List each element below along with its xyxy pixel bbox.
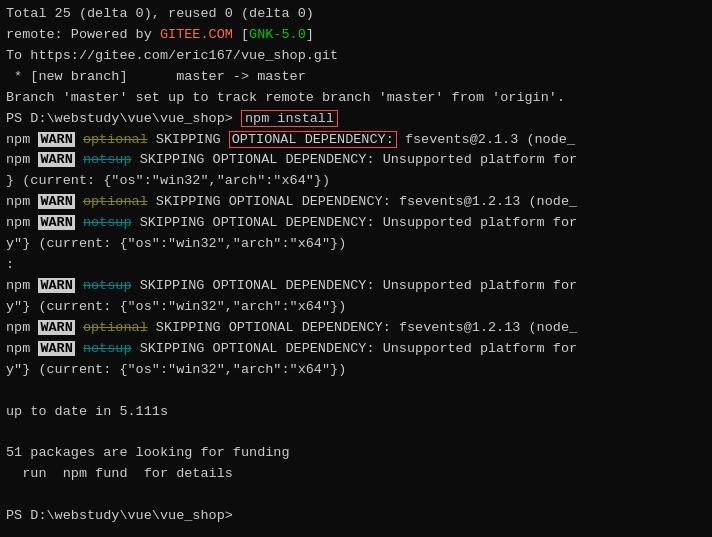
npm-install-cmd: npm install: [241, 110, 338, 127]
bracket-open: [: [233, 27, 249, 42]
sp17: [75, 341, 83, 356]
sp8: [75, 152, 83, 167]
line-25: PS D:\webstudy\vue\vue_shop>: [6, 506, 706, 527]
msg10: SKIPPING OPTIONAL DEPENDENCY: fsevents@1…: [148, 194, 577, 209]
sp14: [75, 278, 83, 293]
remote-text: remote: Powered by: [6, 27, 160, 42]
empty-19: [6, 381, 706, 402]
msg16: SKIPPING OPTIONAL DEPENDENCY: fsevents@1…: [148, 320, 577, 335]
gitee-link: GITEE.COM: [160, 27, 233, 42]
line-11: npm WARN notsup SKIPPING OPTIONAL DEPEND…: [6, 213, 706, 234]
npm-11: npm: [6, 215, 38, 230]
line-3: To https://gitee.com/eric167/vue_shop.gi…: [6, 46, 706, 67]
warn-badge-10: WARN: [38, 194, 74, 209]
bracket-close: ]: [306, 27, 314, 42]
line-4: * [new branch] master -> master: [6, 67, 706, 88]
sp16: [75, 320, 83, 335]
notsup-11: notsup: [83, 215, 132, 230]
empty-24: [6, 485, 706, 506]
warn-badge-8: WARN: [38, 152, 74, 167]
warn-badge-7: WARN: [38, 132, 74, 147]
npm-7: npm: [6, 132, 38, 147]
line-23: run npm fund for details: [6, 464, 706, 485]
msg11: SKIPPING OPTIONAL DEPENDENCY: Unsupporte…: [132, 215, 578, 230]
line-13: :: [6, 255, 706, 276]
warn-badge-17: WARN: [38, 341, 74, 356]
fsevents7: fsevents@2.1.3 (node_: [397, 132, 575, 147]
line-8: npm WARN notsup SKIPPING OPTIONAL DEPEND…: [6, 150, 706, 171]
line-1: Total 25 (delta 0), reused 0 (delta 0): [6, 4, 706, 25]
skip7: SKIPPING: [148, 132, 229, 147]
npm-14: npm: [6, 278, 38, 293]
msg14: SKIPPING OPTIONAL DEPENDENCY: Unsupporte…: [132, 278, 578, 293]
line-22: 51 packages are looking for funding: [6, 443, 706, 464]
prompt-1: PS D:\webstudy\vue\vue_shop>: [6, 111, 241, 126]
opt-dep-7: OPTIONAL DEPENDENCY:: [229, 131, 397, 148]
line-9: } (current: {"os":"win32","arch":"x64"}): [6, 171, 706, 192]
npm-10: npm: [6, 194, 38, 209]
optional-16: optional: [83, 320, 148, 335]
warn-badge-11: WARN: [38, 215, 74, 230]
sp10: [75, 194, 83, 209]
npm-17: npm: [6, 341, 38, 356]
msg8: SKIPPING OPTIONAL DEPENDENCY: Unsupporte…: [132, 152, 578, 167]
line-7: npm WARN optional SKIPPING OPTIONAL DEPE…: [6, 130, 706, 151]
npm-16: npm: [6, 320, 38, 335]
line-15: y"} (current: {"os":"win32","arch":"x64"…: [6, 297, 706, 318]
warn-badge-14: WARN: [38, 278, 74, 293]
line-16: npm WARN optional SKIPPING OPTIONAL DEPE…: [6, 318, 706, 339]
sp7: [75, 132, 83, 147]
line-17: npm WARN notsup SKIPPING OPTIONAL DEPEND…: [6, 339, 706, 360]
optional-7: optional: [83, 132, 148, 147]
warn-badge-16: WARN: [38, 320, 74, 335]
empty-21: [6, 422, 706, 443]
line-14: npm WARN notsup SKIPPING OPTIONAL DEPEND…: [6, 276, 706, 297]
line-2: remote: Powered by GITEE.COM [GNK-5.0]: [6, 25, 706, 46]
line-18: y"} (current: {"os":"win32","arch":"x64"…: [6, 360, 706, 381]
notsup-17: notsup: [83, 341, 132, 356]
npm-8: npm: [6, 152, 38, 167]
line-20: up to date in 5.111s: [6, 402, 706, 423]
line-6: PS D:\webstudy\vue\vue_shop> npm install: [6, 109, 706, 130]
terminal-window: Total 25 (delta 0), reused 0 (delta 0) r…: [0, 0, 712, 537]
notsup-14: notsup: [83, 278, 132, 293]
sp11: [75, 215, 83, 230]
msg17: SKIPPING OPTIONAL DEPENDENCY: Unsupporte…: [132, 341, 578, 356]
optional-10: optional: [83, 194, 148, 209]
line-12: y"} (current: {"os":"win32","arch":"x64"…: [6, 234, 706, 255]
notsup-8: notsup: [83, 152, 132, 167]
line-5: Branch 'master' set up to track remote b…: [6, 88, 706, 109]
line-10: npm WARN optional SKIPPING OPTIONAL DEPE…: [6, 192, 706, 213]
gnk-version: GNK-5.0: [249, 27, 306, 42]
